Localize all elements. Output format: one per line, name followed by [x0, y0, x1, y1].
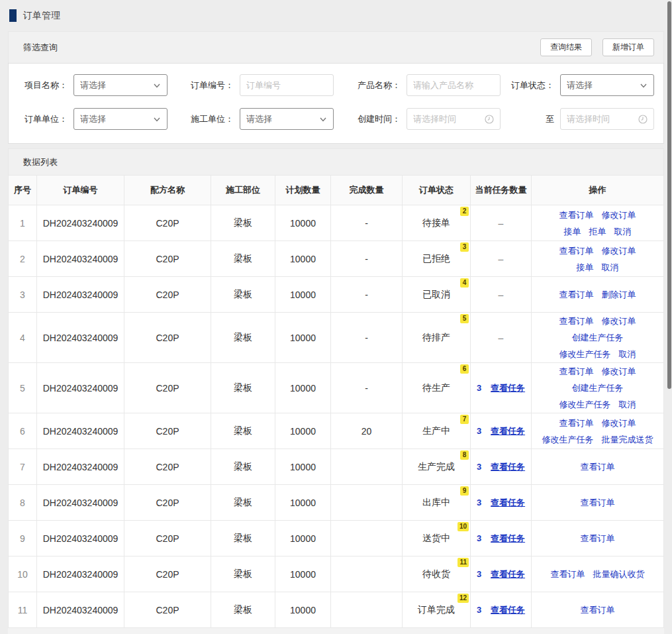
operation-link[interactable]: 取消 — [602, 260, 619, 276]
operation-link[interactable]: 查看订单 — [581, 459, 615, 475]
task-count-value: 3 — [477, 462, 481, 472]
view-tasks-link[interactable]: 查看任务 — [491, 533, 525, 545]
order_no-field[interactable]: 订单编号 — [240, 74, 334, 96]
order_status-select[interactable]: 请选择 — [560, 74, 654, 96]
operation-link[interactable]: 取消 — [614, 224, 632, 240]
completed-qty-cell: - — [331, 313, 403, 363]
view-tasks-link[interactable]: 查看任务 — [491, 425, 525, 437]
row-index: 6 — [9, 413, 37, 449]
order_unit-select[interactable]: 请选择 — [73, 108, 168, 130]
pagination: 共10页/100条数据 ‹ 12345...50 › 跳至 页 — [8, 628, 664, 634]
operation-link[interactable]: 批量确认收货 — [593, 566, 645, 582]
task-count-cell: 3查看任务 — [471, 556, 532, 592]
order_unit-placeholder: 请选择 — [80, 113, 106, 125]
operation-link[interactable]: 拒单 — [589, 224, 606, 240]
vertical-scrollbar[interactable] — [667, 1, 671, 389]
order-status-cell: 生产完成8 — [403, 449, 471, 485]
order-status-cell: 生产中7 — [403, 413, 471, 449]
task-count-empty: – — [499, 218, 504, 229]
formula-cell: C20P — [124, 277, 211, 313]
operation-link[interactable]: 修改订单 — [602, 313, 636, 329]
construction-part-cell: 梁板 — [211, 363, 275, 413]
row-index: 10 — [9, 556, 37, 592]
table-row: 7DH202403240009C20P梁板10000生产完成83查看任务查看订单 — [9, 449, 664, 485]
data-section-bar: 数据列表 — [8, 148, 664, 175]
operation-line: 查看订单修改订单 — [532, 207, 663, 223]
order_no-placeholder: 订单编号 — [246, 79, 281, 91]
construction-part-cell: 梁板 — [211, 277, 275, 313]
order-number-cell: DH202403240009 — [37, 592, 124, 628]
operation-link[interactable]: 接单 — [577, 260, 594, 276]
row-index: 4 — [9, 313, 37, 363]
operation-link[interactable]: 批量完成送货 — [602, 432, 653, 448]
operation-link[interactable]: 查看订单 — [551, 566, 585, 582]
view-tasks-link[interactable]: 查看任务 — [491, 461, 525, 473]
status-text: 待收货 — [422, 568, 450, 579]
operation-link[interactable]: 修改生产任务 — [559, 397, 611, 413]
task-count-value: 3 — [477, 383, 481, 393]
data-section-title: 数据列表 — [23, 156, 58, 168]
operation-link[interactable]: 修改订单 — [602, 415, 636, 431]
operation-link[interactable]: 查看订单 — [559, 364, 594, 380]
operation-link[interactable]: 取消 — [619, 397, 636, 413]
operation-link[interactable]: 查看订单 — [581, 531, 615, 547]
status-text: 生产中 — [422, 425, 450, 436]
orders-table: 序号订单编号配方名称施工部位计划数量完成数量订单状态当前任务数量操作 1DH20… — [8, 175, 664, 628]
filter-section-bar: 筛选查询 查询结果 新增订单 — [8, 31, 664, 63]
add-order-button[interactable]: 新增订单 — [602, 38, 654, 56]
operation-link[interactable]: 修改生产任务 — [559, 346, 611, 362]
operation-link[interactable]: 修改订单 — [602, 243, 636, 259]
title-accent-block — [9, 9, 17, 22]
product_name-field[interactable]: 请输入产品名称 — [407, 74, 501, 96]
order-status-cell: 待排产5 — [403, 313, 471, 363]
operation-link[interactable]: 查看订单 — [559, 243, 594, 259]
operation-link[interactable]: 查看订单 — [559, 313, 594, 329]
view-tasks-link[interactable]: 查看任务 — [491, 604, 525, 616]
operation-link[interactable]: 查看订单 — [581, 602, 615, 618]
operation-link[interactable]: 创建生产任务 — [572, 330, 624, 346]
status-badge: 8 — [460, 450, 469, 460]
operation-link[interactable]: 查看订单 — [559, 287, 594, 303]
operation-link[interactable]: 查看订单 — [559, 207, 594, 223]
operation-link[interactable]: 修改订单 — [602, 364, 636, 380]
formula-cell: C20P — [124, 556, 211, 592]
view-tasks-link[interactable]: 查看任务 — [491, 568, 525, 580]
operation-link[interactable]: 取消 — [619, 346, 636, 362]
planned-qty-cell: 10000 — [275, 449, 331, 485]
row-index: 2 — [9, 241, 37, 277]
operation-link[interactable]: 查看订单 — [581, 495, 615, 511]
operation-link[interactable]: 创建生产任务 — [572, 380, 624, 396]
view-tasks-link[interactable]: 查看任务 — [491, 497, 525, 509]
operations-cell: 查看订单 — [532, 592, 664, 628]
planned-qty-cell: 10000 — [275, 313, 331, 363]
operation-link[interactable]: 修改生产任务 — [542, 432, 594, 448]
status-text: 订单完成 — [418, 604, 455, 615]
row-index: 11 — [9, 592, 37, 628]
table-row: 1DH202403240009C20P梁板10000-待接单2–查看订单修改订单… — [9, 205, 664, 241]
task-count-cell: 3查看任务 — [471, 592, 532, 628]
order_status-label: 订单状态： — [501, 79, 560, 91]
operation-link[interactable]: 删除订单 — [602, 287, 636, 303]
project_name-select[interactable]: 请选择 — [73, 74, 168, 96]
operation-line: 查看订单修改订单创建生产任务 — [532, 363, 663, 396]
planned-qty-cell: 10000 — [275, 363, 331, 413]
status-badge: 6 — [460, 364, 469, 374]
formula-cell: C20P — [124, 241, 211, 277]
status-text: 出库中 — [422, 497, 450, 507]
operations-cell: 查看订单修改订单接单取消 — [532, 241, 664, 277]
completed-qty-cell: - — [331, 241, 403, 277]
operation-link[interactable]: 修改订单 — [602, 207, 636, 223]
view-tasks-link[interactable]: 查看任务 — [491, 382, 525, 394]
to-field[interactable]: 请选择时间 — [560, 108, 654, 130]
create_time-field[interactable]: 请选择时间 — [407, 108, 501, 130]
operation-line: 修改生产任务取消 — [532, 396, 663, 413]
operation-link[interactable]: 查看订单 — [559, 415, 594, 431]
query-results-button[interactable]: 查询结果 — [540, 38, 592, 56]
status-text: 已取消 — [422, 289, 450, 299]
status-text: 待生产 — [422, 382, 450, 393]
column-header: 施工部位 — [211, 176, 275, 205]
chevron-down-icon — [640, 81, 648, 89]
formula-cell: C20P — [124, 592, 211, 628]
build_unit-select[interactable]: 请选择 — [240, 108, 334, 130]
operation-link[interactable]: 接单 — [564, 224, 581, 240]
